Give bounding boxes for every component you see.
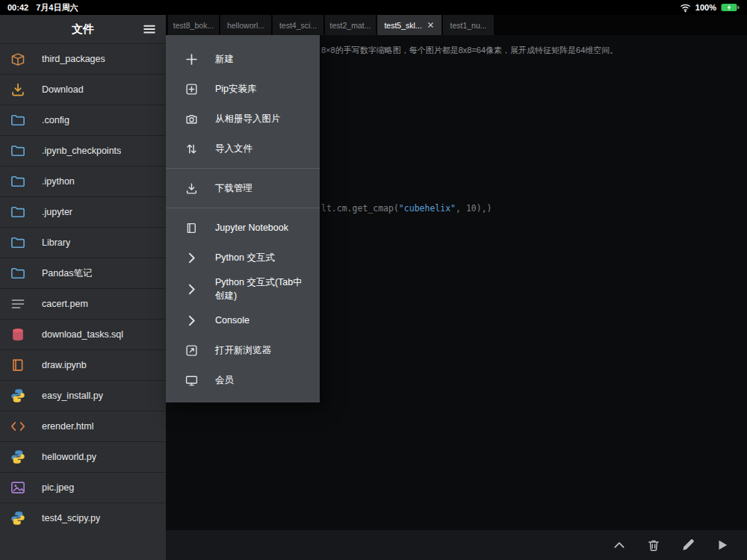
- file-item-helloworld-py[interactable]: helloworld.py: [0, 441, 166, 472]
- menu-item-pip-install[interactable]: Pip安装库: [166, 74, 320, 104]
- code-post: , 10),): [456, 203, 492, 214]
- file-name: Library: [42, 237, 70, 248]
- file-item-cacert[interactable]: cacert.pem: [0, 288, 166, 319]
- camera-icon: [185, 113, 198, 125]
- package-icon: [10, 52, 25, 66]
- tab-bar: test8_bok... helloworl... test4_sci... t…: [166, 15, 747, 35]
- new-file-popup-menu: 新建 Pip安装库 从相册导入图片 导入文件 下载管理 Jupyter Note…: [166, 35, 320, 402]
- tab-test2-mat[interactable]: test2_mat...: [325, 15, 376, 35]
- file-item-config[interactable]: .config: [0, 105, 166, 135]
- menu-item-membership[interactable]: 会员: [166, 365, 320, 395]
- code-pre: lt.cm.get_cmap(: [321, 203, 399, 214]
- trash-icon[interactable]: [647, 538, 660, 552]
- collapse-keyboard-icon[interactable]: [613, 538, 626, 552]
- wifi-icon: [680, 3, 691, 13]
- tab-helloworl[interactable]: helloworl...: [220, 15, 271, 35]
- hamburger-menu-icon[interactable]: [142, 22, 157, 37]
- menu-label: Console: [215, 314, 311, 327]
- import-arrows-icon: [185, 143, 198, 155]
- pen-icon[interactable]: [681, 538, 695, 552]
- file-item-ipynb-checkpoints[interactable]: .ipynb_checkpoints: [0, 135, 166, 166]
- sidebar-header: 文件: [0, 15, 166, 43]
- file-item-jupyter[interactable]: .jupyter: [0, 196, 166, 227]
- menu-item-import-photo[interactable]: 从相册导入图片: [166, 104, 320, 134]
- tab-test8-bok[interactable]: test8_bok...: [168, 15, 219, 35]
- sidebar-title: 文件: [72, 22, 94, 37]
- tab-label: test4_sci...: [279, 21, 317, 30]
- file-name: .ipynb_checkpoints: [42, 146, 121, 156]
- run-play-icon[interactable]: [716, 538, 729, 552]
- menu-label: 下载管理: [215, 181, 311, 195]
- folder-icon: [10, 266, 25, 281]
- file-name: .jupyter: [42, 207, 72, 217]
- menu-item-open-browser[interactable]: 打开新浏览器: [166, 335, 320, 365]
- menu-divider: [166, 168, 320, 169]
- file-name: helloworld.py: [42, 452, 96, 462]
- menu-divider: [166, 208, 320, 208]
- file-item-third-packages[interactable]: third_packages: [0, 43, 166, 74]
- python-icon: [10, 388, 25, 403]
- file-item-download-tasks-sql[interactable]: download_tasks.sql: [0, 319, 166, 349]
- file-sidebar: 文件 third_packages Download .config .ipyn…: [0, 15, 166, 560]
- menu-label: 导入文件: [215, 142, 311, 155]
- code-string-literal: "cubehelix": [399, 203, 456, 214]
- menu-label: 会员: [215, 373, 311, 387]
- status-date: 7月4日周六: [36, 2, 78, 13]
- menu-label: 新建: [215, 52, 311, 66]
- file-name: pic.jpeg: [42, 482, 74, 493]
- menu-label: Jupyter Notebook: [215, 221, 311, 234]
- browser-icon: [185, 344, 198, 357]
- menu-label: Pip安装库: [215, 82, 311, 96]
- python-icon: [10, 449, 25, 464]
- file-item-pic-jpeg[interactable]: pic.jpeg: [0, 472, 166, 503]
- file-name: test4_scipy.py: [42, 513, 100, 523]
- folder-icon: [10, 205, 25, 220]
- file-item-draw-ipynb[interactable]: draw.ipynb: [0, 349, 166, 380]
- file-item-easy-install-py[interactable]: easy_install.py: [0, 380, 166, 411]
- python-icon: [10, 511, 25, 526]
- file-item-test4-scipy-py[interactable]: test4_scipy.py: [0, 503, 166, 533]
- menu-item-jupyter-notebook[interactable]: Jupyter Notebook: [166, 213, 320, 243]
- file-name: cacert.pem: [42, 299, 88, 309]
- menu-item-new[interactable]: 新建: [166, 44, 320, 74]
- menu-item-import-file[interactable]: 导入文件: [166, 134, 320, 164]
- chevron-right-icon: [185, 252, 198, 264]
- menu-item-python-interactive-tab[interactable]: Python 交互式(Tab中创建): [166, 273, 320, 305]
- tab-label: helloworl...: [227, 21, 264, 30]
- file-name: Pandas笔记: [42, 267, 92, 280]
- status-time: 00:42: [7, 3, 28, 12]
- menu-item-python-interactive[interactable]: Python 交互式: [166, 243, 320, 273]
- battery-icon: [721, 3, 740, 12]
- status-bar: 00:42 7月4日周六 100%: [0, 0, 747, 15]
- file-item-ipython[interactable]: .ipython: [0, 166, 166, 196]
- tab-test1-nu[interactable]: test1_nu...: [443, 15, 494, 35]
- tab-close-icon[interactable]: [427, 21, 435, 29]
- folder-icon: [10, 113, 25, 128]
- tab-label: test1_nu...: [450, 21, 486, 30]
- code-icon: [10, 419, 25, 434]
- menu-item-download-manager[interactable]: 下载管理: [166, 173, 320, 203]
- file-list: third_packages Download .config .ipynb_c…: [0, 43, 166, 533]
- file-item-erender-html[interactable]: erender.html: [0, 411, 166, 441]
- file-item-download[interactable]: Download: [0, 74, 166, 105]
- file-name: easy_install.py: [42, 391, 103, 401]
- menu-label: 打开新浏览器: [215, 343, 311, 357]
- file-item-pandas-notes[interactable]: Pandas笔记: [0, 258, 166, 288]
- file-name: Download: [42, 84, 84, 95]
- app-screen: 00:42 7月4日周六 100% 文件 third_packages Down…: [0, 0, 747, 560]
- download-icon: [185, 182, 198, 195]
- file-name: .ipython: [42, 176, 75, 187]
- notebook-icon: [185, 222, 198, 234]
- image-icon: [10, 480, 25, 495]
- file-name: third_packages: [42, 54, 105, 64]
- tab-test4-sci[interactable]: test4_sci...: [273, 15, 323, 35]
- bottom-toolbar: [166, 530, 747, 560]
- tab-test5-skl-active[interactable]: test5_skl...: [377, 15, 441, 35]
- battery-percent: 100%: [695, 3, 716, 12]
- menu-item-console[interactable]: Console: [166, 305, 320, 335]
- box-plus-icon: [185, 83, 198, 96]
- chevron-right-icon: [185, 283, 198, 296]
- text-lines-icon: [10, 296, 25, 311]
- file-name: .config: [42, 115, 69, 125]
- file-item-library[interactable]: Library: [0, 227, 166, 258]
